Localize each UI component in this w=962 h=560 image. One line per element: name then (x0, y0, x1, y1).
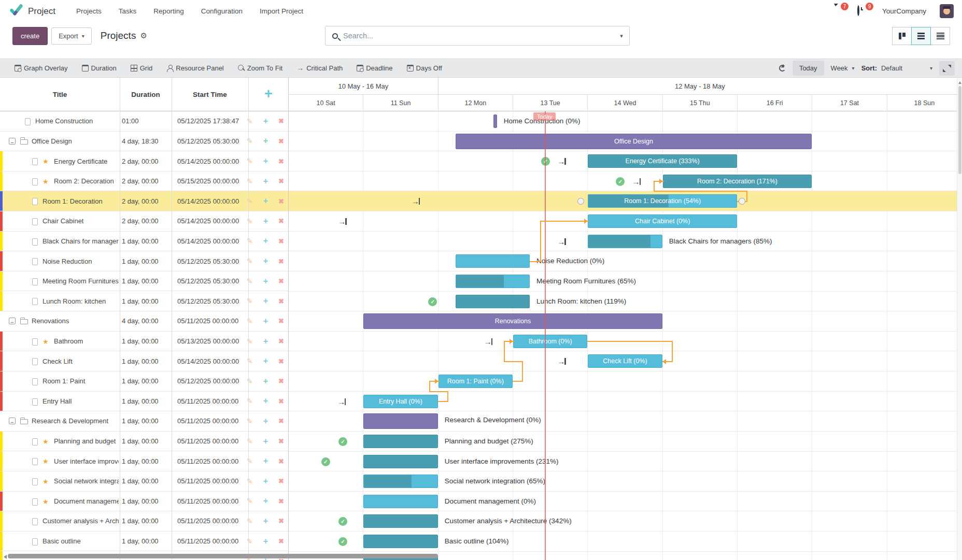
table-row[interactable]: ★Document management1 day, 00:0005/11/20… (0, 492, 288, 512)
add-subtask-icon[interactable]: + (263, 417, 268, 426)
table-row[interactable]: Research & Development1 day, 00:0005/11/… (0, 411, 288, 432)
gantt-bar[interactable] (363, 413, 437, 429)
delete-task-icon[interactable]: ✖ (278, 237, 284, 245)
delete-task-icon[interactable]: ✖ (278, 397, 284, 405)
add-subtask-icon[interactable]: + (263, 496, 268, 506)
edit-task-icon[interactable]: ✎ (247, 357, 253, 365)
today-button[interactable]: Today (793, 61, 824, 76)
delete-task-icon[interactable]: ✖ (278, 177, 284, 185)
delete-task-icon[interactable]: ✖ (278, 157, 284, 165)
delete-task-icon[interactable]: ✖ (278, 337, 284, 345)
add-subtask-icon[interactable]: + (263, 256, 268, 266)
gantt-day-header[interactable]: 11 Sun (363, 95, 438, 111)
add-subtask-icon[interactable]: + (263, 317, 268, 326)
gantt-bar[interactable] (493, 114, 497, 128)
gantt-bar[interactable] (588, 194, 737, 208)
add-subtask-icon[interactable]: + (263, 337, 268, 346)
messages-button[interactable]: 7 (832, 6, 844, 17)
edit-task-icon[interactable]: ✎ (247, 417, 253, 425)
table-row[interactable]: Room 1: Decoration2 day, 00:0005/14/2025… (0, 191, 288, 211)
gantt-day-header[interactable]: 17 Sat (812, 95, 887, 111)
delete-task-icon[interactable]: ✖ (278, 257, 284, 265)
table-row[interactable]: ★Planning and budget1 day, 00:0005/11/20… (0, 432, 288, 452)
delete-task-icon[interactable]: ✖ (278, 117, 284, 125)
critical-path-button[interactable]: →Critical Path (296, 64, 343, 72)
nav-reporting[interactable]: Reporting (153, 7, 184, 15)
delete-task-icon[interactable]: ✖ (278, 377, 284, 385)
gantt-bar[interactable] (363, 395, 437, 408)
gantt-day-header[interactable]: 15 Thu (663, 95, 738, 111)
add-subtask-icon[interactable]: + (263, 296, 268, 306)
gantt-view-button[interactable] (911, 27, 931, 45)
sort-dropdown[interactable]: Sort: Default ▾ (861, 64, 932, 72)
gantt-day-header[interactable]: 14 Wed (588, 95, 662, 111)
edit-task-icon[interactable]: ✎ (247, 157, 253, 165)
add-subtask-icon[interactable]: + (263, 236, 268, 246)
search-input[interactable]: Search... (343, 32, 614, 40)
nav-projects[interactable]: Projects (76, 7, 102, 15)
table-row[interactable]: Black Chairs for managers1 day, 00:0005/… (0, 232, 288, 252)
edit-task-icon[interactable]: ✎ (247, 397, 253, 405)
scroll-left-arrow-icon[interactable] (2, 555, 7, 559)
edit-task-icon[interactable]: ✎ (247, 337, 253, 346)
edit-task-icon[interactable]: ✎ (247, 457, 253, 465)
gantt-day-header[interactable]: 16 Fri (738, 95, 812, 111)
edit-task-icon[interactable]: ✎ (247, 197, 253, 205)
duration-button[interactable]: Duration (82, 64, 117, 72)
export-button[interactable]: Export ▾ (51, 27, 92, 45)
table-row[interactable]: ★Room 2: Decoration2 day, 00:0005/15/202… (0, 171, 288, 192)
add-task-button[interactable]: + (257, 86, 280, 103)
table-row[interactable]: Lunch Room: kitchen1 day, 00:0005/12/202… (0, 291, 288, 311)
add-subtask-icon[interactable]: + (263, 377, 268, 386)
edit-task-icon[interactable]: ✎ (247, 237, 253, 245)
resource-panel-button[interactable]: Resource Panel (166, 64, 224, 72)
table-row[interactable]: Noise Reduction1 day, 00:0005/12/2025 05… (0, 251, 288, 271)
gantt-bar[interactable] (363, 535, 437, 548)
table-row[interactable]: Office Design4 day, 18:3005/12/2025 05:3… (0, 132, 288, 152)
table-row[interactable]: Room 1: Paint1 day, 00:0005/12/2025 00:0… (0, 371, 288, 392)
table-row[interactable]: Renovations4 day, 00:0005/11/2025 00:00:… (0, 311, 288, 332)
gantt-bar[interactable] (456, 295, 530, 308)
add-subtask-icon[interactable]: + (263, 277, 268, 286)
column-start-time[interactable]: Start Time (172, 78, 248, 111)
delete-task-icon[interactable]: ✖ (278, 497, 284, 505)
add-subtask-icon[interactable]: + (263, 156, 268, 166)
table-row[interactable]: Check Lift1 day, 00:0005/14/2025 00:00:0… (0, 351, 288, 371)
column-duration[interactable]: Duration (120, 78, 172, 111)
column-title[interactable]: Title (0, 78, 120, 111)
table-row[interactable]: ★Social network integration1 day, 00:000… (0, 471, 288, 492)
edit-task-icon[interactable]: ✎ (247, 217, 253, 225)
edit-task-icon[interactable]: ✎ (247, 297, 253, 305)
add-subtask-icon[interactable]: + (263, 396, 268, 406)
gantt-day-header[interactable]: 12 Mon (438, 95, 513, 111)
edit-task-icon[interactable]: ✎ (247, 257, 253, 265)
collapse-icon[interactable] (9, 318, 16, 324)
delete-task-icon[interactable]: ✖ (278, 197, 284, 205)
table-row[interactable]: Customer analysis + Architecture1 day, 0… (0, 511, 288, 532)
gantt-day-header[interactable]: 10 Sat (289, 95, 363, 111)
kanban-view-button[interactable] (892, 27, 912, 45)
add-subtask-icon[interactable]: + (263, 537, 268, 546)
add-subtask-icon[interactable]: + (263, 217, 268, 226)
table-row[interactable]: Chair Cabinet2 day, 00:0005/14/2025 00:0… (0, 211, 288, 232)
delete-task-icon[interactable]: ✖ (278, 437, 284, 445)
delete-task-icon[interactable]: ✖ (278, 417, 284, 425)
gantt-bar[interactable] (456, 275, 530, 288)
edit-task-icon[interactable]: ✎ (247, 497, 253, 505)
gantt-bar[interactable] (588, 354, 662, 368)
nav-configuration[interactable]: Configuration (201, 7, 243, 15)
collapse-icon[interactable] (9, 138, 16, 145)
activities-button[interactable]: 9 (857, 6, 869, 17)
nav-tasks[interactable]: Tasks (119, 7, 137, 15)
delete-task-icon[interactable]: ✖ (278, 277, 284, 285)
edit-task-icon[interactable]: ✎ (247, 517, 253, 525)
add-subtask-icon[interactable]: + (263, 456, 268, 466)
edit-task-icon[interactable]: ✎ (247, 477, 253, 485)
collapse-icon[interactable] (9, 418, 16, 424)
add-subtask-icon[interactable]: + (263, 356, 268, 366)
gantt-bar[interactable] (363, 435, 437, 448)
gantt-bar[interactable] (663, 175, 812, 188)
delete-task-icon[interactable]: ✖ (278, 137, 284, 145)
add-subtask-icon[interactable]: + (263, 437, 268, 446)
gantt-bar[interactable] (363, 313, 662, 329)
